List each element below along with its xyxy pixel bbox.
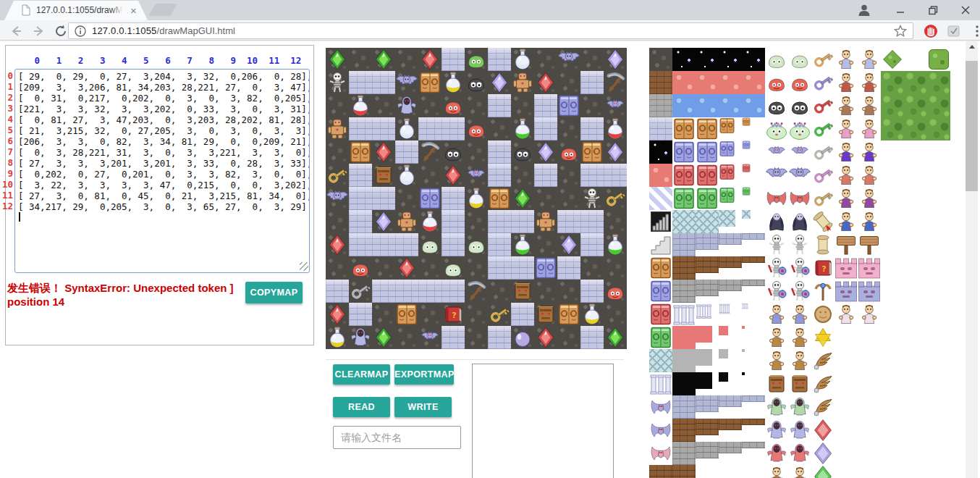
scrollbar-up-icon[interactable]	[966, 41, 978, 53]
tileset-cell[interactable]	[672, 94, 696, 117]
tileset-cell[interactable]	[858, 419, 881, 442]
tileset-cell[interactable]	[835, 94, 858, 117]
map-tile[interactable]	[326, 164, 349, 187]
map-tile[interactable]	[349, 210, 372, 233]
adblock-hand-icon[interactable]	[924, 24, 938, 38]
tileset-cell[interactable]	[696, 395, 719, 419]
map-tile[interactable]	[488, 187, 511, 210]
tileset-cell[interactable]	[649, 442, 672, 465]
tileset-cell[interactable]	[672, 442, 696, 465]
map-tile[interactable]	[557, 94, 580, 117]
exportmap-button[interactable]: EXPORTMAP	[394, 364, 454, 385]
map-tile[interactable]	[418, 303, 442, 326]
tileset-cell[interactable]	[858, 303, 881, 326]
tileset-cell[interactable]	[719, 164, 742, 187]
tileset-cell[interactable]	[696, 94, 719, 117]
map-tile[interactable]	[557, 48, 580, 71]
map-tile[interactable]	[511, 256, 534, 280]
tileset-cell[interactable]	[835, 419, 858, 442]
tileset-cell[interactable]	[765, 164, 788, 187]
tileset-cell[interactable]	[858, 372, 881, 395]
tileset-cell[interactable]	[649, 210, 672, 233]
tileset-cell[interactable]	[811, 465, 835, 478]
map-tile[interactable]	[418, 48, 442, 71]
map-tile[interactable]	[557, 326, 580, 349]
tileset-cell[interactable]	[765, 141, 788, 164]
tileset-cell[interactable]	[765, 187, 788, 210]
tileset-cell[interactable]	[696, 372, 719, 395]
tileset-cell[interactable]	[742, 117, 765, 141]
tileset-cell[interactable]	[811, 141, 835, 164]
map-tile[interactable]	[418, 326, 442, 349]
tileset-cell[interactable]	[765, 117, 788, 141]
tileset-cell[interactable]	[858, 395, 881, 419]
map-tile[interactable]	[580, 94, 604, 117]
map-tile[interactable]	[326, 303, 349, 326]
tileset-cell[interactable]	[904, 233, 927, 256]
map-tile[interactable]	[604, 187, 627, 210]
bookmark-star-icon[interactable]	[894, 25, 907, 38]
tileset-cell[interactable]	[881, 94, 904, 117]
tileset-cell[interactable]	[742, 256, 765, 280]
map-tile[interactable]	[349, 48, 372, 71]
tileset-cell[interactable]	[696, 442, 719, 465]
map-tile[interactable]	[557, 233, 580, 256]
tileset-cell[interactable]	[672, 326, 696, 349]
map-tile[interactable]	[372, 303, 395, 326]
tileset-cell[interactable]	[788, 117, 811, 141]
map-tile[interactable]	[326, 141, 349, 164]
tileset-cell[interactable]	[881, 326, 904, 349]
tileset-cell[interactable]	[672, 210, 696, 233]
map-tile[interactable]	[488, 164, 511, 187]
tileset-cell[interactable]	[881, 465, 904, 478]
map-tile[interactable]	[465, 210, 488, 233]
map-tile[interactable]	[372, 71, 395, 94]
map-tile[interactable]	[372, 210, 395, 233]
map-tile[interactable]	[557, 141, 580, 164]
tileset-cell[interactable]	[811, 187, 835, 210]
map-tile[interactable]	[488, 233, 511, 256]
map-tile[interactable]	[372, 117, 395, 141]
map-tile[interactable]	[395, 71, 418, 94]
map-tile[interactable]	[349, 71, 372, 94]
map-tile[interactable]	[372, 280, 395, 303]
tileset-cell[interactable]	[858, 187, 881, 210]
map-tile[interactable]	[349, 141, 372, 164]
minimize-icon[interactable]	[886, 0, 915, 20]
tileset-cell[interactable]	[719, 117, 742, 141]
tileset-cell[interactable]	[649, 187, 672, 210]
tileset-cell[interactable]	[927, 395, 950, 419]
map-tile[interactable]	[604, 164, 627, 187]
tileset-cell[interactable]	[858, 233, 881, 256]
tileset-cell[interactable]	[881, 117, 904, 141]
tileset-cell[interactable]	[719, 94, 742, 117]
map-tile[interactable]	[465, 94, 488, 117]
map-tile[interactable]	[534, 210, 557, 233]
tileset-cell[interactable]	[696, 349, 719, 372]
tileset-cell[interactable]	[904, 117, 927, 141]
menu-dots-icon[interactable]	[970, 24, 980, 38]
tileset-cell[interactable]	[719, 419, 742, 442]
map-tile[interactable]	[442, 233, 465, 256]
tileset-cell[interactable]	[788, 303, 811, 326]
tileset-cell[interactable]	[719, 71, 742, 94]
tileset-cell[interactable]	[649, 233, 672, 256]
url-field[interactable]: 127.0.0.1:1055/drawMapGUI.html	[68, 22, 913, 39]
map-tile[interactable]	[511, 326, 534, 349]
tileset-cell[interactable]	[788, 164, 811, 187]
tileset-cell[interactable]	[788, 48, 811, 71]
map-tile[interactable]	[442, 326, 465, 349]
tileset-cell[interactable]	[904, 442, 927, 465]
map-tile[interactable]	[465, 256, 488, 280]
tileset-cell[interactable]	[881, 303, 904, 326]
tileset-cell[interactable]	[858, 141, 881, 164]
map-tile[interactable]	[557, 187, 580, 210]
tileset-cell[interactable]	[835, 187, 858, 210]
tileset-cell[interactable]	[927, 187, 950, 210]
map-tile[interactable]	[395, 280, 418, 303]
tileset-cell[interactable]	[719, 349, 742, 372]
tileset-cell[interactable]	[742, 303, 765, 326]
map-tile[interactable]	[580, 141, 604, 164]
map-tile[interactable]	[442, 164, 465, 187]
tileset-cell[interactable]	[719, 395, 742, 419]
